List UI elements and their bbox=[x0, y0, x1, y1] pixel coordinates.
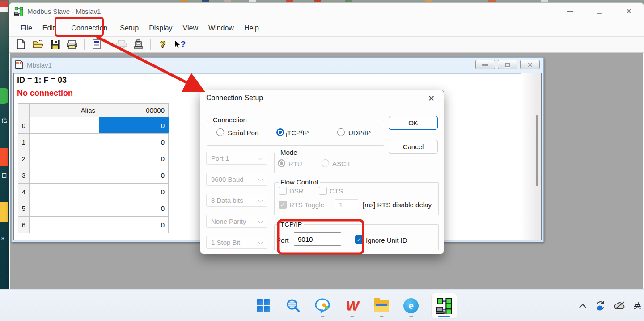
table-row: 10 bbox=[18, 134, 169, 150]
row-header-cell[interactable]: 5 bbox=[18, 200, 30, 217]
desktop-icon-fragment bbox=[0, 7, 8, 12]
serial-port-radio[interactable] bbox=[216, 128, 224, 136]
ignore-unit-id-checkbox[interactable]: ✓ bbox=[355, 235, 363, 244]
show-hidden-icons-button[interactable] bbox=[579, 303, 587, 308]
cancel-button[interactable]: Cancel bbox=[389, 140, 438, 154]
ime-indicator[interactable]: 英 bbox=[634, 300, 641, 311]
row-header-cell[interactable]: 2 bbox=[18, 150, 30, 167]
stop-bits-select: 1 Stop Bit bbox=[206, 236, 267, 249]
data-bits-select: 8 Data bits bbox=[206, 194, 267, 207]
row-header-cell[interactable]: 1 bbox=[18, 133, 30, 150]
value-cell[interactable]: 0 bbox=[99, 200, 169, 217]
search-icon bbox=[285, 298, 301, 314]
alias-cell[interactable] bbox=[29, 200, 99, 217]
value-cell[interactable]: 0 bbox=[99, 216, 169, 233]
menu-edit[interactable]: Edit bbox=[42, 22, 55, 34]
open-file-button[interactable] bbox=[32, 39, 44, 50]
file-explorer-button[interactable] bbox=[372, 293, 391, 318]
alias-cell[interactable] bbox=[29, 183, 99, 200]
desktop-icon-fragment[interactable] bbox=[0, 148, 8, 166]
menu-help[interactable]: Help bbox=[244, 22, 259, 34]
open-file-icon bbox=[33, 40, 43, 49]
close-button[interactable]: ✕ bbox=[614, 3, 644, 20]
menu-setup[interactable]: Setup bbox=[120, 22, 139, 34]
value-cell[interactable]: 0 bbox=[99, 133, 169, 150]
browser-button[interactable]: e bbox=[402, 293, 420, 318]
tcp-port-label: Port bbox=[276, 236, 289, 244]
cursor-arrow-icon bbox=[174, 40, 180, 49]
value-cell[interactable]: 0 bbox=[99, 183, 169, 200]
mode-group: Mode RTU ASCII bbox=[274, 153, 390, 173]
start-button[interactable] bbox=[254, 293, 273, 318]
grid-header-alias[interactable]: Alias bbox=[29, 103, 99, 117]
sync-tray-icon[interactable] bbox=[594, 300, 606, 312]
child-close-button[interactable]: ✕ bbox=[520, 60, 540, 69]
poll-definition-button[interactable] bbox=[132, 39, 144, 50]
serial-port-select: Port 1 bbox=[206, 152, 267, 165]
child-titlebar[interactable]: DOC Mbslav1 ✕ bbox=[12, 58, 543, 72]
ignore-unit-id-label[interactable]: Ignore Unit ID bbox=[366, 236, 407, 244]
help-button[interactable]: ? bbox=[157, 39, 169, 50]
titlebar[interactable]: Modbus Slave - Mbslav1 ✕ bbox=[9, 3, 644, 20]
serial-port-label[interactable]: Serial Port bbox=[228, 129, 259, 137]
search-button[interactable] bbox=[284, 293, 302, 318]
toolbar-separator bbox=[84, 39, 85, 50]
desktop-icon-fragment[interactable] bbox=[0, 202, 8, 222]
context-help-button[interactable]: ? bbox=[174, 39, 186, 50]
row-header-cell[interactable]: 3 bbox=[18, 167, 30, 184]
onedrive-offline-icon[interactable] bbox=[614, 301, 626, 311]
register-grid: Alias 00000 00102030405060 bbox=[18, 104, 169, 233]
alias-cell[interactable] bbox=[29, 216, 99, 233]
status-id-function: ID = 1: F = 03 bbox=[17, 76, 67, 85]
rts-delay-input bbox=[335, 199, 358, 210]
scrollbar-thumb[interactable] bbox=[536, 115, 538, 186]
chat-app-button[interactable] bbox=[313, 293, 332, 318]
menu-connection[interactable]: Connection bbox=[71, 22, 107, 34]
running-indicator bbox=[350, 316, 354, 317]
row-header-cell[interactable]: 4 bbox=[18, 183, 30, 200]
ok-button[interactable]: OK bbox=[389, 116, 438, 130]
row-header-cell[interactable]: 6 bbox=[18, 216, 30, 233]
wechat-icon[interactable] bbox=[0, 88, 8, 104]
new-document-button[interactable] bbox=[15, 39, 27, 50]
menu-view[interactable]: View bbox=[183, 22, 198, 34]
vertical-scrollbar[interactable] bbox=[521, 73, 541, 240]
alias-cell[interactable] bbox=[29, 133, 99, 150]
maximize-icon bbox=[597, 9, 602, 14]
modbus-slave-taskbar-button[interactable] bbox=[431, 293, 457, 319]
grid-header-address[interactable]: 00000 bbox=[99, 103, 169, 117]
app-icon bbox=[14, 6, 24, 16]
value-cell[interactable]: 0 bbox=[99, 150, 169, 167]
value-cell[interactable]: 0 bbox=[99, 167, 169, 184]
save-button[interactable] bbox=[49, 39, 61, 50]
menu-file[interactable]: File bbox=[21, 22, 32, 34]
menu-window[interactable]: Window bbox=[208, 22, 234, 34]
udpip-label[interactable]: UDP/IP bbox=[348, 129, 371, 137]
setup-form-button[interactable] bbox=[90, 39, 103, 50]
menu-display[interactable]: Display bbox=[149, 22, 172, 34]
print-icon bbox=[67, 40, 77, 49]
tcpip-radio[interactable] bbox=[276, 128, 284, 136]
alias-cell[interactable] bbox=[29, 150, 99, 167]
dialog-close-icon[interactable]: ✕ bbox=[428, 94, 435, 103]
print-preview-icon bbox=[116, 40, 127, 49]
close-icon: ✕ bbox=[626, 8, 632, 15]
baud-select: 9600 Baud bbox=[206, 173, 267, 186]
active-indicator bbox=[438, 316, 450, 317]
tcpip-label[interactable]: TCP/IP bbox=[287, 129, 309, 137]
wps-button[interactable]: W bbox=[343, 293, 361, 318]
minimize-button[interactable] bbox=[555, 3, 585, 20]
chevron-down-icon bbox=[258, 219, 263, 223]
child-minimize-button[interactable] bbox=[475, 60, 495, 69]
value-cell[interactable]: 0 bbox=[99, 117, 169, 134]
tcp-port-input[interactable] bbox=[294, 232, 341, 246]
connection-group-label: Connection bbox=[211, 116, 249, 124]
print-button[interactable] bbox=[66, 39, 78, 50]
udpip-radio[interactable] bbox=[337, 128, 345, 136]
child-restore-button[interactable] bbox=[498, 60, 517, 69]
toolbar: ? ? bbox=[9, 36, 644, 53]
alias-cell[interactable] bbox=[29, 117, 99, 134]
alias-cell[interactable] bbox=[29, 167, 99, 184]
row-header-cell[interactable]: 0 bbox=[18, 117, 30, 134]
maximize-button[interactable] bbox=[585, 3, 614, 20]
